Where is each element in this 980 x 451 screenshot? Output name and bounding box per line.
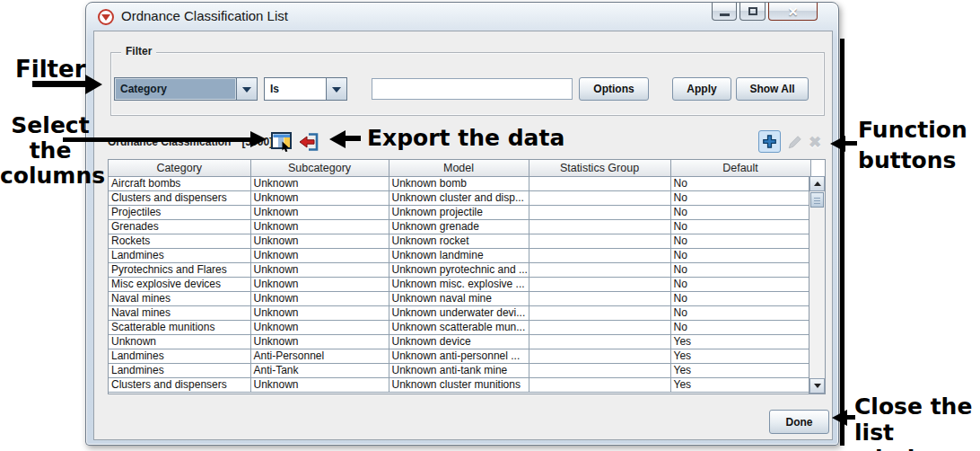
table-cell[interactable]: Yes xyxy=(670,377,810,392)
col-header-subcategory[interactable]: Subcategory xyxy=(250,160,389,176)
table-cell[interactable] xyxy=(529,320,670,334)
table-cell[interactable] xyxy=(529,305,670,320)
table-cell[interactable]: No xyxy=(670,190,810,205)
vertical-scrollbar[interactable] xyxy=(809,176,825,394)
maximize-button[interactable] xyxy=(739,3,766,21)
col-header-model[interactable]: Model xyxy=(389,160,529,176)
table-cell[interactable] xyxy=(529,219,670,234)
table-cell[interactable]: No xyxy=(670,176,810,190)
table-row[interactable]: LandminesUnknownUnknown landmineNo xyxy=(109,248,810,262)
table-cell[interactable]: Unknown xyxy=(250,234,389,248)
table-row[interactable]: LandminesAnti-TankUnknown anti-tank mine… xyxy=(109,363,810,377)
show-all-button[interactable]: Show All xyxy=(736,77,809,101)
table-cell[interactable] xyxy=(529,234,670,248)
table-cell[interactable]: No xyxy=(670,305,810,320)
table-cell[interactable]: Landmines xyxy=(109,363,250,377)
table-cell[interactable]: Unknown xyxy=(250,320,389,334)
table-cell[interactable]: Misc explosive devices xyxy=(109,277,250,291)
table-row[interactable]: Scatterable munitionsUnknownUnknown scat… xyxy=(109,320,810,334)
table-cell[interactable]: Yes xyxy=(670,334,810,349)
table-cell[interactable]: Unknown misc. explosive ... xyxy=(389,277,529,291)
table-cell[interactable]: Pyrotechnics and Flares xyxy=(109,262,250,277)
table-cell[interactable]: Unknown bomb xyxy=(389,176,529,190)
table-row[interactable]: ProjectilesUnknownUnknown projectileNo xyxy=(109,205,810,219)
table-cell[interactable]: Unknown xyxy=(250,334,389,349)
table-cell[interactable]: Unknown xyxy=(250,248,389,262)
col-header-category[interactable]: Category xyxy=(109,160,250,176)
table-cell[interactable]: Unknown device xyxy=(389,334,529,349)
table-cell[interactable]: Aircraft bombs xyxy=(109,176,250,190)
done-button[interactable]: Done xyxy=(769,410,829,434)
table-cell[interactable]: No xyxy=(670,291,810,305)
filter-value-input[interactable] xyxy=(372,78,573,100)
table-cell[interactable]: Projectiles xyxy=(109,205,250,219)
table-cell[interactable] xyxy=(529,205,670,219)
table-cell[interactable]: Clusters and dispensers xyxy=(109,190,250,205)
table-cell[interactable]: Naval mines xyxy=(109,305,250,320)
table-row[interactable]: Naval minesUnknownUnknown underwater dev… xyxy=(109,305,810,320)
table-cell[interactable]: Unknown xyxy=(109,334,250,349)
table-cell[interactable]: Unknown xyxy=(250,262,389,277)
table-cell[interactable]: Unknown xyxy=(250,190,389,205)
table-cell[interactable]: Scatterable munitions xyxy=(109,320,250,334)
title-bar[interactable]: Ordnance Classification List ✕ xyxy=(86,3,838,31)
table-cell[interactable]: Unknown xyxy=(250,291,389,305)
table-row[interactable]: GrenadesUnknownUnknown grenadeNo xyxy=(109,219,810,234)
table-row[interactable]: Misc explosive devicesUnknownUnknown mis… xyxy=(109,277,810,291)
table-row[interactable]: UnknownUnknownUnknown deviceYes xyxy=(109,334,810,349)
table-cell[interactable]: Grenades xyxy=(109,219,250,234)
col-header-default[interactable]: Default xyxy=(670,160,810,176)
table-cell[interactable] xyxy=(529,377,670,392)
table-row[interactable]: Naval minesUnknownUnknown naval mineNo xyxy=(109,291,810,305)
filter-field-combobox[interactable]: Category xyxy=(114,77,258,101)
table-cell[interactable] xyxy=(529,248,670,262)
table-row[interactable]: Clusters and dispensersUnknownUnknown cl… xyxy=(109,190,810,205)
add-button[interactable] xyxy=(758,130,781,153)
table-cell[interactable]: Unknown anti-personnel ... xyxy=(389,349,529,363)
table-cell[interactable] xyxy=(529,334,670,349)
table-cell[interactable]: Yes xyxy=(670,349,810,363)
filter-operator-dropdown-button[interactable] xyxy=(326,78,346,100)
table-cell[interactable]: Naval mines xyxy=(109,291,250,305)
table-cell[interactable]: Clusters and dispensers xyxy=(109,377,250,392)
table-cell[interactable]: No xyxy=(670,205,810,219)
table-cell[interactable]: Unknown underwater devi... xyxy=(389,305,529,320)
scrollbar-thumb[interactable] xyxy=(810,192,824,208)
table-cell[interactable]: Unknown projectile xyxy=(389,205,529,219)
table-cell[interactable]: Unknown cluster and disp... xyxy=(389,190,529,205)
table-cell[interactable]: Yes xyxy=(670,363,810,377)
table-cell[interactable] xyxy=(529,176,670,190)
table-cell[interactable]: No xyxy=(670,234,810,248)
table-cell[interactable]: Unknown rocket xyxy=(389,234,529,248)
table-cell[interactable] xyxy=(529,291,670,305)
table-cell[interactable]: Anti-Personnel xyxy=(250,349,389,363)
table-row[interactable]: Pyrotechnics and FlaresUnknownUnknown py… xyxy=(109,262,810,277)
table-row[interactable]: RocketsUnknownUnknown rocketNo xyxy=(109,234,810,248)
col-header-statistics-group[interactable]: Statistics Group xyxy=(529,160,670,176)
table-row[interactable]: LandminesAnti-PersonnelUnknown anti-pers… xyxy=(109,349,810,363)
table-cell[interactable]: Unknown anti-tank mine xyxy=(389,363,529,377)
filter-field-dropdown-button[interactable] xyxy=(236,78,257,100)
table-cell[interactable]: No xyxy=(670,248,810,262)
table-cell[interactable] xyxy=(529,277,670,291)
table-cell[interactable]: Unknown xyxy=(250,305,389,320)
table-cell[interactable]: Landmines xyxy=(109,349,250,363)
table-cell[interactable]: Unknown pyrotechnic and ... xyxy=(389,262,529,277)
table-cell[interactable]: Unknown xyxy=(250,176,389,190)
table-cell[interactable]: Unknown xyxy=(250,205,389,219)
table-cell[interactable]: No xyxy=(670,277,810,291)
close-button[interactable]: ✕ xyxy=(768,3,818,21)
scroll-down-button[interactable] xyxy=(809,378,825,394)
filter-operator-combobox[interactable]: Is xyxy=(264,77,347,101)
table-cell[interactable]: No xyxy=(670,219,810,234)
table-cell[interactable]: Unknown xyxy=(250,377,389,392)
table-row[interactable]: Clusters and dispensersUnknownUnknown cl… xyxy=(109,377,810,392)
options-button[interactable]: Options xyxy=(579,77,649,101)
table-cell[interactable]: Unknown landmine xyxy=(389,248,529,262)
table-cell[interactable] xyxy=(529,363,670,377)
table-cell[interactable]: Rockets xyxy=(109,234,250,248)
table-cell[interactable]: Anti-Tank xyxy=(250,363,389,377)
table-cell[interactable]: Unknown scatterable mun... xyxy=(389,320,529,334)
table-cell[interactable]: Unknown naval mine xyxy=(389,291,529,305)
table-cell[interactable]: Landmines xyxy=(109,248,250,262)
